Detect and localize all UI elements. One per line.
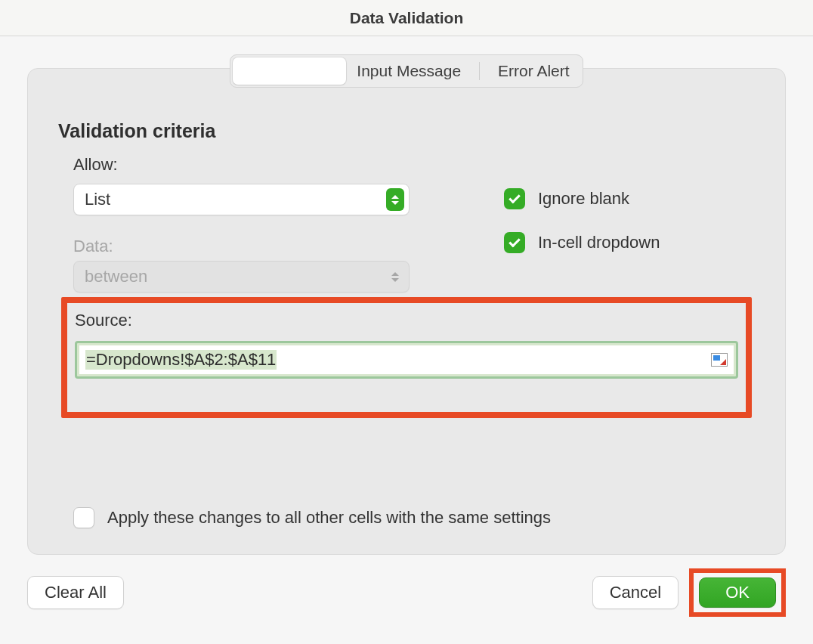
tab-error-alert[interactable]: Error Alert	[487, 57, 580, 85]
allow-label: Allow:	[73, 155, 118, 175]
settings-panel: Validation criteria Allow: List Data: be…	[27, 68, 786, 555]
incell-dropdown-checkbox[interactable]	[504, 232, 525, 253]
check-icon	[509, 192, 521, 204]
apply-changes-row: Apply these changes to all other cells w…	[73, 507, 551, 528]
check-icon	[509, 236, 521, 248]
data-validation-dialog: Data Validation Input Message Error Aler…	[0, 0, 813, 644]
ignore-blank-label: Ignore blank	[538, 189, 629, 209]
apply-changes-label: Apply these changes to all other cells w…	[107, 508, 551, 528]
ignore-blank-checkbox[interactable]	[504, 188, 525, 209]
stepper-icon	[386, 265, 404, 288]
allow-select-value: List	[85, 190, 110, 209]
tab-bar: Input Message Error Alert	[0, 54, 813, 88]
ignore-blank-row: Ignore blank	[504, 188, 629, 209]
data-label: Data:	[73, 237, 113, 256]
ok-annotation-box: OK	[689, 568, 786, 617]
cancel-button[interactable]: Cancel	[592, 576, 679, 609]
tab-settings[interactable]	[233, 57, 346, 85]
ok-button[interactable]: OK	[699, 577, 776, 608]
allow-select[interactable]: List	[73, 184, 410, 215]
source-label: Source:	[75, 311, 132, 330]
validation-criteria-heading: Validation criteria	[58, 120, 215, 142]
incell-dropdown-row: In-cell dropdown	[504, 232, 660, 253]
source-input-value: =Dropdowns!$A$2:$A$11	[85, 350, 277, 370]
clear-all-button[interactable]: Clear All	[27, 576, 124, 609]
source-field-wrap: =Dropdowns!$A$2:$A$11	[75, 341, 738, 379]
stepper-icon	[386, 188, 404, 211]
data-select: between	[73, 261, 410, 293]
range-picker-icon[interactable]	[711, 353, 728, 367]
data-select-value: between	[85, 267, 147, 286]
tab-divider	[479, 62, 480, 80]
dialog-button-row: Clear All Cancel OK	[27, 568, 786, 617]
apply-changes-checkbox[interactable]	[73, 507, 94, 528]
tab-input-message[interactable]: Input Message	[346, 57, 471, 85]
incell-dropdown-label: In-cell dropdown	[538, 233, 660, 252]
source-input[interactable]: =Dropdowns!$A$2:$A$11	[79, 345, 734, 374]
dialog-title: Data Validation	[0, 0, 813, 36]
